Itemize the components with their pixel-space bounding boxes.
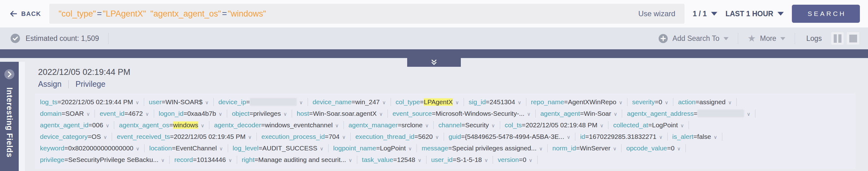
field-log_level[interactable]: log_level=AUDIT_SUCCESS∨ — [233, 144, 323, 152]
chevron-down-icon[interactable]: ∨ — [539, 145, 543, 152]
field-task_value[interactable]: task_value=12548∨ — [362, 156, 422, 164]
field-logpoint_name[interactable]: logpoint_name=LogPoint∨ — [333, 144, 412, 152]
chevron-down-icon[interactable]: ∨ — [659, 133, 663, 140]
field-is_alert[interactable]: is_alert=false∨ — [672, 133, 717, 140]
field-logon_id[interactable]: logon_id=0xaa4b7b∨ — [159, 110, 222, 117]
sidebar-expand-button[interactable] — [4, 69, 15, 80]
field-severity[interactable]: severity=0∨ — [632, 98, 668, 106]
search-query-input[interactable]: "col_type"="LPAgentX" "agentx_agent_os"=… — [49, 4, 685, 24]
field-col_ts[interactable]: col_ts=2022/12/05 02:19:48 PM∨ — [505, 121, 604, 129]
field-action[interactable]: action=assigned∨ — [678, 98, 732, 106]
field-sig_id[interactable]: sig_id=2451304∨ — [469, 98, 521, 106]
chevron-down-icon[interactable]: ∨ — [677, 145, 681, 152]
chevron-down-icon[interactable]: ∨ — [335, 122, 339, 129]
field-record[interactable]: record=10134446∨ — [175, 156, 232, 164]
field-collected_at[interactable]: collected_at=LogPoint∨ — [613, 121, 684, 129]
chevron-down-icon[interactable]: ∨ — [747, 110, 750, 117]
chevron-down-icon[interactable]: ∨ — [418, 156, 422, 163]
chevron-down-icon[interactable]: ∨ — [136, 145, 140, 152]
field-user[interactable]: user=WIN-SOAR$∨ — [149, 98, 209, 106]
chevron-down-icon[interactable]: ∨ — [348, 156, 352, 163]
chevron-down-icon[interactable]: ∨ — [425, 122, 429, 129]
chevron-down-icon[interactable]: ∨ — [86, 110, 90, 117]
field-repo_name[interactable]: repo_name=AgentXWinRepo∨ — [531, 98, 623, 106]
chevron-down-icon[interactable]: ∨ — [283, 110, 287, 117]
chevron-down-icon[interactable]: ∨ — [455, 98, 459, 106]
field-id[interactable]: id=1670229285.31832271∨ — [580, 133, 662, 140]
chevron-down-icon[interactable]: ∨ — [484, 156, 488, 163]
field-device_category[interactable]: device_category=OS∨ — [40, 133, 107, 140]
result-page-dropdown[interactable]: 1 / 1 — [693, 10, 717, 18]
chevron-down-icon[interactable]: ∨ — [218, 110, 222, 117]
add-search-to-button[interactable]: Add Search To — [658, 33, 728, 44]
chevron-down-icon[interactable]: ∨ — [408, 145, 412, 152]
field-agentx_agent_id[interactable]: agentx_agent_id=006∨ — [40, 121, 109, 129]
chevron-down-icon[interactable]: ∨ — [248, 133, 252, 140]
chevron-down-icon[interactable]: ∨ — [382, 98, 386, 106]
chevron-down-icon[interactable]: ∨ — [527, 110, 531, 117]
chevron-down-icon[interactable]: ∨ — [106, 122, 110, 129]
chevron-down-icon[interactable]: ∨ — [613, 145, 617, 152]
chevron-down-icon[interactable]: ∨ — [205, 98, 209, 106]
chevron-down-icon[interactable]: ∨ — [518, 98, 521, 106]
chevron-down-icon[interactable]: ∨ — [714, 133, 717, 140]
chevron-down-icon[interactable]: ∨ — [103, 133, 107, 140]
field-user_id[interactable]: user_id=S-1-5-18∨ — [431, 156, 488, 164]
chevron-down-icon[interactable]: ∨ — [161, 156, 165, 163]
chevron-down-icon[interactable]: ∨ — [619, 98, 622, 106]
chevron-down-icon[interactable]: ∨ — [664, 98, 668, 106]
field-object[interactable]: object=privileges∨ — [232, 110, 287, 117]
field-domain[interactable]: domain=SOAR∨ — [40, 110, 90, 117]
chevron-down-icon[interactable]: ∨ — [600, 122, 604, 129]
field-message[interactable]: message=Special privileges assigned...∨ — [422, 144, 542, 152]
field-version[interactable]: version=0∨ — [498, 156, 532, 164]
field-col_type[interactable]: col_type=LPAgentX∨ — [396, 98, 459, 106]
field-execution_process_id[interactable]: execution_process_id=704∨ — [261, 133, 346, 140]
privilege-link[interactable]: Privilege — [75, 80, 105, 89]
field-right[interactable]: right=Manage auditing and securit...∨ — [242, 156, 352, 164]
field-host[interactable]: host=Win-Soar.soar.agentX∨ — [297, 110, 383, 117]
chevron-down-icon[interactable]: ∨ — [228, 156, 232, 163]
field-location[interactable]: location=EventChannel∨ — [149, 144, 223, 152]
more-button[interactable]: ★ More — [748, 34, 785, 43]
time-range-dropdown[interactable]: LAST 1 HOUR — [725, 10, 784, 18]
field-privilege[interactable]: privilege=SeSecurityPrivilege SeBacku...… — [40, 156, 165, 164]
use-wizard-link[interactable]: Use wizard — [626, 9, 676, 18]
field-channel[interactable]: channel=Security∨ — [438, 121, 495, 129]
chevron-down-icon[interactable]: ∨ — [299, 98, 303, 106]
field-agentx_manager[interactable]: agentx_manager=srclone∨ — [348, 121, 429, 129]
collapse-panel-button[interactable] — [407, 58, 461, 67]
chevron-down-icon[interactable]: ∨ — [320, 145, 323, 152]
chevron-down-icon[interactable]: ∨ — [145, 110, 149, 117]
field-agentx_agent_address[interactable]: agentx_agent_address=∨ — [627, 110, 750, 117]
split-view-button[interactable] — [831, 32, 844, 45]
search-button[interactable]: SEARCH — [792, 5, 860, 23]
chevron-down-icon[interactable]: ∨ — [219, 145, 223, 152]
chevron-down-icon[interactable]: ∨ — [728, 98, 732, 106]
chevron-down-icon[interactable]: ∨ — [200, 122, 204, 129]
chevron-down-icon[interactable]: ∨ — [435, 133, 439, 140]
chevron-down-icon[interactable]: ∨ — [614, 110, 617, 117]
chevron-down-icon[interactable]: ∨ — [379, 110, 383, 117]
field-norm_id[interactable]: norm_id=WinServer∨ — [552, 144, 617, 152]
chevron-down-icon[interactable]: ∨ — [342, 133, 346, 140]
chevron-down-icon[interactable]: ∨ — [681, 122, 684, 129]
field-execution_thread_id[interactable]: execution_thread_id=5620∨ — [355, 133, 439, 140]
field-opcode_value[interactable]: opcode_value=0∨ — [626, 144, 681, 152]
field-device_name[interactable]: device_name=win_247∨ — [313, 98, 386, 106]
field-event_id[interactable]: event_id=4672∨ — [99, 110, 149, 117]
assign-link[interactable]: Assign — [38, 80, 61, 89]
field-agentx_agent_os[interactable]: agentx_agent_os=windows∨ — [119, 121, 204, 129]
chevron-down-icon[interactable]: ∨ — [135, 98, 139, 106]
field-event_source[interactable]: event_source=Microsoft-Windows-Security-… — [393, 110, 531, 117]
chevron-down-icon[interactable]: ∨ — [529, 156, 533, 163]
field-log_ts[interactable]: log_ts=2022/12/05 02:19:44 PM∨ — [40, 98, 139, 106]
back-button[interactable]: BACK — [9, 10, 41, 18]
full-view-button[interactable] — [847, 32, 859, 45]
chevron-down-icon[interactable]: ∨ — [567, 133, 570, 140]
field-keyword[interactable]: keyword=0x8020000000000000∨ — [40, 144, 140, 152]
field-agentx_agent[interactable]: agentx_agent=Win-Soar∨ — [540, 110, 617, 117]
field-agentx_decoder[interactable]: agentx_decoder=windows_eventchannel∨ — [214, 121, 339, 129]
field-guid[interactable]: guid={54849625-5478-4994-A5BA-3E...∨ — [449, 133, 570, 140]
field-device_ip[interactable]: device_ip=∨ — [218, 98, 303, 106]
